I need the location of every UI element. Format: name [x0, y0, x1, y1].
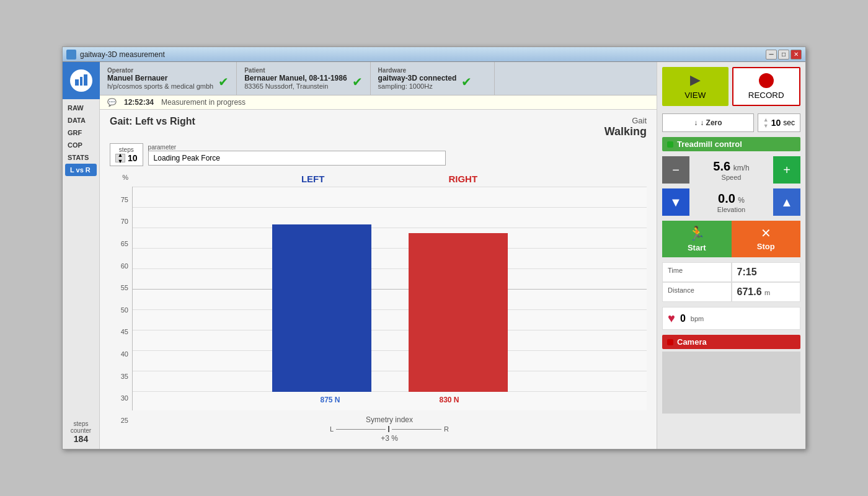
sec-stepper[interactable]: ▲▼ [763, 117, 769, 129]
start-button[interactable]: 🏃 Start [662, 221, 732, 257]
symmetry-line-row: L R [132, 425, 647, 433]
operator-inner: Manuel Bernauer h/p/cosmos sports & medi… [107, 74, 229, 90]
treadmill-dot [667, 141, 673, 148]
grid-line-1 [133, 187, 647, 187]
sec-value: 10 [771, 118, 781, 128]
header-section: Operator Manuel Bernauer h/p/cosmos spor… [100, 62, 657, 95]
speed-row: − 5.6 km/h Speed + [662, 156, 800, 184]
view-button[interactable]: ▶ VIEW [662, 67, 728, 106]
symmetry-label: Symetry index [132, 415, 647, 424]
close-button[interactable]: ✕ [790, 50, 802, 60]
header-operator-block: Operator Manuel Bernauer h/p/cosmos spor… [100, 62, 237, 95]
down-arrow-icon: ↓ [694, 118, 698, 127]
time-distance-grid: Time 7:15 Distance 671.6 m [662, 262, 800, 302]
right-bar-group [409, 233, 508, 392]
stop-button[interactable]: ✕ Stop [732, 221, 801, 257]
stop-icon: ✕ [761, 226, 771, 241]
header-info: Operator Manuel Bernauer h/p/cosmos spor… [100, 62, 657, 95]
heart-unit: bpm [691, 315, 704, 322]
y-unit: % [122, 174, 128, 181]
operator-name: Manuel Bernauer [107, 74, 213, 82]
symmetry-marker [388, 426, 389, 432]
patient-location: 83365 Nussdorf, Traunstein [244, 82, 347, 90]
sidebar-item-stats[interactable]: STATS [63, 151, 99, 164]
steps-counter-label: stepscounter [68, 420, 94, 434]
header-spacer [495, 62, 657, 95]
play-icon: ▶ [690, 72, 701, 88]
hardware-check-icon: ✔ [461, 74, 472, 89]
symmetry-line-left [336, 429, 386, 430]
header-hardware-block: Hardware gaitway-3D connected sampling: … [371, 62, 495, 95]
chart-title-row: Gait: Left vs Right Gait Walking [110, 116, 647, 138]
speed-minus-button[interactable]: − [662, 156, 689, 184]
operator-check-icon: ✔ [218, 74, 229, 89]
elevation-down-button[interactable]: ▼ [662, 188, 689, 216]
sidebar-item-cop[interactable]: COP [63, 139, 99, 151]
bar-chart: % 75 70 65 60 55 50 45 40 35 30 25 [110, 174, 647, 443]
heart-row: ♥ 0 bpm [662, 307, 800, 330]
right-bar [409, 233, 508, 392]
sidebar: RAW DATA GRF COP STATS L vs R stepscount… [63, 62, 100, 449]
y-45: 45 [121, 328, 128, 335]
symmetry-section: Symetry index L R +3 % [132, 415, 647, 443]
minimize-button[interactable]: ─ [766, 50, 777, 60]
record-button[interactable]: RECORD [732, 67, 801, 106]
record-circle-icon [759, 73, 774, 88]
hardware-label: Hardware [378, 67, 487, 74]
gait-label: Gait Walking [604, 116, 647, 138]
treadmill-section-header: Treadmill control [662, 137, 800, 151]
chart-title: Gait: Left vs Right [110, 116, 195, 127]
time-label: Time [668, 267, 726, 274]
steps-value: 10 [128, 153, 138, 163]
speed-value-row: 5.6 km/h [692, 159, 771, 174]
titlebar-left: gaitway-3D measurement [66, 50, 165, 60]
elevation-up-button[interactable]: ▲ [773, 188, 800, 216]
svg-rect-2 [84, 74, 87, 86]
elevation-label: Elevation [692, 206, 771, 213]
steps-control: steps ▲▼ 10 [110, 143, 143, 166]
distance-value: 671.6 [737, 286, 762, 297]
steps-stepper[interactable]: ▲▼ [115, 154, 125, 162]
sidebar-item-lvsr[interactable]: L vs R [65, 164, 97, 176]
distance-label: Distance [668, 286, 726, 294]
sidebar-item-data[interactable]: DATA [63, 114, 99, 126]
y-25: 25 [121, 417, 128, 424]
speed-plus-button[interactable]: + [773, 156, 800, 184]
sec-input[interactable]: ▲▼ 10 sec [758, 113, 800, 132]
start-stop-row: 🏃 Start ✕ Stop [662, 221, 800, 257]
y-70: 70 [121, 218, 128, 225]
status-message: Measurement in progress [161, 98, 246, 107]
camera-label: Camera [677, 337, 707, 347]
maximize-button[interactable]: □ [778, 50, 789, 60]
gait-type-value: Walking [604, 125, 647, 138]
chart-plot-area: LEFT RIGHT [132, 174, 647, 443]
patient-check-icon: ✔ [352, 74, 363, 89]
distance-value-cell: 671.6 m [732, 282, 801, 302]
bar-value-labels: 875 N 830 N [133, 396, 647, 404]
heart-value: 0 [680, 313, 686, 324]
sidebar-item-raw[interactable]: RAW [63, 102, 99, 114]
symmetry-line-right [392, 429, 441, 430]
y-30: 30 [121, 394, 128, 402]
elevation-unit: % [738, 196, 745, 205]
left-bar [272, 224, 371, 392]
symmetry-r: R [444, 425, 449, 433]
symmetry-l: L [330, 425, 334, 433]
left-bar-value: 875 N [320, 396, 340, 404]
param-label: parameter [148, 144, 446, 151]
zero-label: ↓ Zero [700, 118, 722, 127]
operator-company: h/p/cosmos sports & medical gmbh [107, 82, 213, 90]
y-50: 50 [121, 306, 128, 314]
y-65: 65 [121, 240, 128, 247]
sidebar-item-grf[interactable]: GRF [63, 126, 99, 139]
treadmill-label: Treadmill control [677, 140, 742, 149]
stop-label: Stop [757, 242, 775, 251]
steps-counter: stepscounter 184 [63, 415, 99, 449]
zero-sec-row: ↓ ↓ Zero ▲▼ 10 sec [662, 113, 800, 132]
y-55: 55 [121, 284, 128, 291]
zero-button[interactable]: ↓ ↓ Zero [662, 113, 754, 132]
svg-rect-0 [75, 79, 79, 86]
app-logo [63, 62, 100, 99]
right-bar-value: 830 N [440, 396, 459, 404]
heart-icon: ♥ [668, 311, 675, 326]
